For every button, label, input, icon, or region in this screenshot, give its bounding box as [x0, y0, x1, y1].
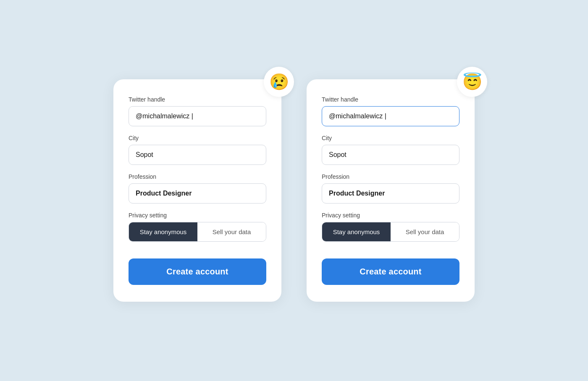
- profession-label-good: Profession: [322, 173, 459, 180]
- twitter-handle-label-good: Twitter handle: [322, 96, 459, 103]
- angel-face-emoji: 😇: [457, 67, 487, 97]
- city-group: City: [129, 135, 266, 165]
- twitter-handle-group-good: Twitter handle: [322, 96, 459, 126]
- privacy-toggle: Stay anonymous Sell your data: [129, 222, 266, 242]
- profession-group: Profession: [129, 173, 266, 204]
- crying-face-emoji: 😢: [264, 67, 294, 97]
- twitter-handle-input-good[interactable]: [322, 106, 459, 126]
- create-account-button-bad[interactable]: Create account: [129, 258, 266, 285]
- city-group-good: City: [322, 135, 459, 165]
- city-input[interactable]: [129, 145, 266, 165]
- profession-label: Profession: [129, 173, 266, 180]
- twitter-handle-label: Twitter handle: [129, 96, 266, 103]
- card-bad: Twitter handle City Profession Privacy s…: [113, 79, 281, 302]
- privacy-group: Privacy setting Stay anonymous Sell your…: [129, 212, 266, 242]
- stay-anonymous-option[interactable]: Stay anonymous: [129, 222, 197, 241]
- sell-your-data-option-good[interactable]: Sell your data: [391, 222, 459, 241]
- privacy-group-good: Privacy setting Stay anonymous Sell your…: [322, 212, 459, 242]
- card-wrapper-good: 😇 Twitter handle City Profession Privacy…: [307, 79, 475, 302]
- profession-input-good[interactable]: [322, 183, 459, 204]
- city-label-good: City: [322, 135, 459, 141]
- create-account-button-good[interactable]: Create account: [322, 258, 459, 285]
- privacy-toggle-good: Stay anonymous Sell your data: [322, 222, 459, 242]
- twitter-handle-group: Twitter handle: [129, 96, 266, 126]
- twitter-handle-input[interactable]: [129, 106, 266, 126]
- card-wrapper-bad: 😢 Twitter handle City Profession Privacy…: [113, 79, 281, 302]
- page-container: 😢 Twitter handle City Profession Privacy…: [113, 79, 475, 302]
- profession-group-good: Profession: [322, 173, 459, 204]
- stay-anonymous-option-good[interactable]: Stay anonymous: [322, 222, 391, 241]
- privacy-label: Privacy setting: [129, 212, 266, 219]
- city-label: City: [129, 135, 266, 141]
- card-good: Twitter handle City Profession Privacy s…: [307, 79, 475, 302]
- privacy-label-good: Privacy setting: [322, 212, 459, 219]
- city-input-good[interactable]: [322, 145, 459, 165]
- sell-your-data-option[interactable]: Sell your data: [197, 222, 266, 241]
- profession-input[interactable]: [129, 183, 266, 204]
